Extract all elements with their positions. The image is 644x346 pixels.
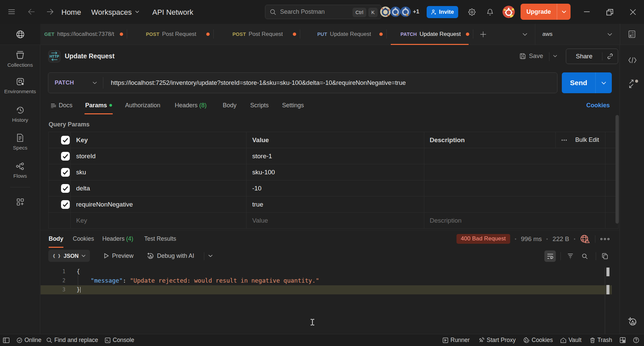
tab-scripts[interactable]: Scripts [250, 102, 269, 109]
send-button[interactable]: Send [562, 72, 612, 93]
vault-button[interactable]: Vault [560, 334, 582, 346]
param-description[interactable] [424, 180, 605, 196]
back-arrow-icon[interactable] [28, 9, 35, 15]
row-checkbox[interactable] [49, 148, 71, 164]
response-tab-body[interactable]: Body [49, 235, 63, 242]
menu-icon[interactable] [8, 9, 15, 14]
forward-arrow-icon[interactable] [47, 9, 53, 15]
sidebar-item-environments[interactable]: Environments [0, 77, 40, 95]
upgrade-button[interactable]: Upgrade [521, 4, 571, 20]
online-status[interactable]: Online [17, 334, 42, 346]
new-tab-plus-icon[interactable] [479, 24, 487, 45]
environment-selector[interactable]: aws [542, 24, 552, 45]
param-key[interactable]: storeId [71, 148, 247, 164]
param-row-empty[interactable]: Key Value Description [49, 213, 619, 229]
sidebar-configure-icon-button[interactable] [0, 198, 40, 206]
runner-button[interactable]: Runner [443, 334, 470, 346]
param-value[interactable]: store-1 [247, 148, 424, 164]
viewer-overflow-chevron-icon[interactable] [208, 250, 213, 262]
response-body-editor[interactable]: 1 { 2 "message": "Update rejected: would… [41, 265, 620, 336]
response-time[interactable]: 996 ms [521, 235, 542, 243]
code-snippet-icon[interactable] [628, 57, 637, 63]
word-wrap-icon[interactable] [544, 250, 556, 262]
response-tab-test-results[interactable]: Test Results [144, 235, 176, 242]
tab-overflow-chevron-icon[interactable] [521, 24, 529, 45]
request-tab[interactable]: POST Post Request [214, 24, 300, 45]
method-selector[interactable]: PATCH [55, 79, 74, 86]
postbot-icon[interactable] [628, 317, 637, 326]
param-key[interactable]: delta [71, 180, 247, 196]
param-description-placeholder[interactable]: Description [424, 213, 605, 229]
param-key-placeholder[interactable]: Key [71, 213, 247, 229]
url-input[interactable]: https://localhost:7252/inventory/update?… [111, 79, 406, 86]
collapse-panel-icon[interactable] [629, 79, 638, 88]
response-tab-cookies[interactable]: Cookies [73, 235, 94, 242]
trash-button[interactable]: Trash [590, 334, 612, 346]
panes-icon[interactable] [620, 334, 626, 346]
sidebar-item-flows[interactable]: Flows [0, 162, 40, 179]
more-options-icon[interactable] [561, 139, 567, 141]
environment-quick-look-icon[interactable] [626, 24, 638, 45]
param-row[interactable]: sku sku-100 [49, 164, 619, 180]
cookies-button[interactable]: Cookies [524, 334, 553, 346]
format-selector[interactable]: { } JSON [48, 250, 90, 262]
param-row[interactable]: storeId store-1 [49, 148, 619, 164]
save-button[interactable]: Save [520, 52, 543, 60]
cookies-link[interactable]: Cookies [586, 102, 610, 109]
sidebar-item-specs[interactable]: Specs [0, 133, 40, 151]
window-minimize-icon[interactable] [584, 11, 590, 12]
filter-icon[interactable] [565, 250, 576, 262]
param-value-placeholder[interactable]: Value [247, 213, 424, 229]
response-more-options-icon[interactable] [600, 238, 610, 240]
code-line[interactable]: 2 "message": "Update rejected: would res… [41, 276, 612, 285]
search-in-body-icon[interactable] [579, 250, 590, 262]
copy-icon[interactable] [599, 250, 610, 262]
collaborator-avatars[interactable] [380, 6, 411, 17]
network-warning-icon[interactable] [580, 234, 590, 244]
share-link-icon[interactable] [602, 53, 618, 59]
share-button[interactable]: Share [566, 49, 618, 64]
response-status-badge[interactable]: 400 Bad Request [457, 234, 510, 244]
request-tab-active[interactable]: PATCH Update Request [387, 24, 473, 45]
upgrade-chevron-icon[interactable] [557, 10, 571, 13]
request-tab[interactable]: PUT Update Request [300, 24, 387, 45]
tab-docs[interactable]: Docs [51, 102, 72, 109]
workspaces-menu[interactable]: Workspaces [91, 8, 132, 17]
row-checkbox[interactable] [49, 180, 71, 196]
tab-body[interactable]: Body [223, 102, 236, 109]
window-restore-icon[interactable] [606, 9, 613, 15]
tab-headers[interactable]: Headers (8) [175, 102, 207, 109]
home-menu[interactable]: Home [61, 8, 81, 17]
notifications-bell-icon[interactable] [486, 8, 494, 16]
param-description[interactable] [424, 196, 605, 213]
api-network-menu[interactable]: API Network [152, 8, 193, 17]
more-collaborators-count[interactable]: +1 [413, 8, 419, 15]
param-description[interactable] [424, 148, 605, 164]
preview-button[interactable]: Preview [104, 250, 133, 262]
environment-chevron-icon[interactable] [605, 24, 614, 45]
select-all-checkbox[interactable] [49, 132, 71, 148]
sidebar-item-history[interactable]: History [0, 106, 40, 123]
param-row[interactable]: requireNonNegative true [49, 196, 619, 213]
response-tab-headers[interactable]: Headers (4) [102, 235, 133, 242]
request-tab[interactable]: GET https://localhost:7378/t [41, 24, 127, 45]
response-size[interactable]: 222 B [552, 235, 569, 243]
row-checkbox[interactable] [49, 196, 71, 213]
sidebar-item-collections[interactable]: Collections [0, 51, 40, 68]
send-chevron-icon[interactable] [596, 81, 612, 84]
param-key[interactable]: requireNonNegative [71, 196, 247, 213]
tab-authorization[interactable]: Authorization [125, 102, 160, 109]
bulk-edit-button[interactable]: Bulk Edit [575, 136, 599, 143]
settings-gear-icon[interactable] [468, 8, 476, 16]
request-tab[interactable]: POST Post Request [127, 24, 214, 45]
profile-avatar[interactable] [502, 6, 515, 18]
help-icon[interactable] [633, 334, 639, 346]
code-line[interactable]: 1 { [41, 267, 612, 276]
window-close-icon[interactable] [630, 9, 636, 15]
console-button[interactable]: Console [105, 334, 134, 346]
param-key[interactable]: sku [71, 164, 247, 180]
save-chevron-icon[interactable] [553, 55, 557, 57]
param-description[interactable] [424, 164, 605, 180]
sidebar-toggle-icon[interactable] [3, 334, 9, 346]
tab-params[interactable]: Params [85, 102, 107, 109]
